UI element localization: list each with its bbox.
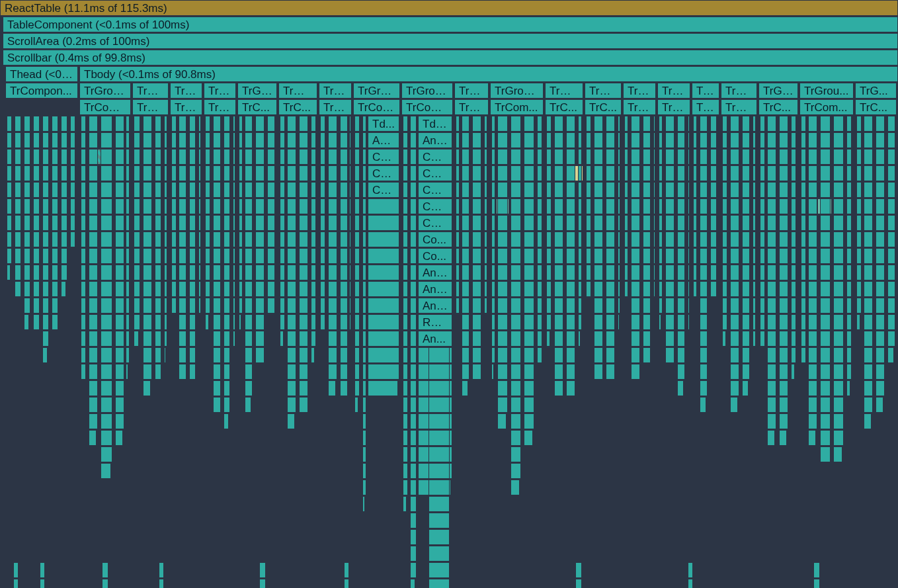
frame-cell[interactable] <box>510 413 521 429</box>
frame-cell[interactable] <box>618 298 620 314</box>
frame-cell[interactable] <box>779 281 788 297</box>
frame-cell[interactable] <box>497 265 508 280</box>
frame-cell[interactable] <box>33 215 40 231</box>
frame-trcomponent[interactable]: TrC... <box>855 99 897 115</box>
frame-cell[interactable] <box>143 347 152 363</box>
frame-cell[interactable] <box>81 132 86 148</box>
frame-cell[interactable] <box>722 149 727 165</box>
frame-trgroup[interactable]: TrG... <box>454 83 489 99</box>
frame-cell[interactable] <box>767 281 776 297</box>
frame-cell[interactable] <box>368 331 399 347</box>
frame-cell[interactable] <box>546 132 551 148</box>
frame-cell[interactable] <box>115 331 124 347</box>
frame-cell[interactable] <box>349 165 351 181</box>
frame-cell[interactable] <box>340 265 348 280</box>
frame-cell[interactable] <box>245 198 253 214</box>
frame-cell[interactable] <box>554 165 563 181</box>
frame-cell[interactable] <box>205 265 210 280</box>
frame-cell[interactable] <box>876 215 885 231</box>
frame-cell[interactable] <box>179 364 186 380</box>
frame-cell[interactable] <box>578 198 582 214</box>
frame-cell[interactable] <box>89 248 98 264</box>
frame-cell[interactable] <box>876 298 885 314</box>
frame-cell[interactable] <box>808 248 817 264</box>
frame-cell[interactable] <box>767 215 776 231</box>
frame-cell[interactable] <box>753 281 756 297</box>
frame-cell[interactable] <box>594 281 603 297</box>
frame-cell[interactable] <box>594 347 603 363</box>
frame-cell[interactable] <box>631 165 640 181</box>
frame-cell[interactable] <box>224 165 230 181</box>
frame-cell[interactable] <box>624 281 628 297</box>
frame-cell[interactable] <box>688 182 690 198</box>
frame-cell[interactable] <box>864 248 873 264</box>
frame-cell[interactable] <box>115 116 124 132</box>
frame-cell[interactable] <box>299 314 308 330</box>
frame-cell[interactable] <box>362 132 366 148</box>
frame-cell[interactable] <box>710 265 717 280</box>
frame-cell[interactable] <box>368 364 399 380</box>
frame-cell[interactable] <box>7 132 12 148</box>
frame-cell[interactable] <box>245 149 253 165</box>
frame-cell[interactable] <box>189 231 196 247</box>
frame-cell[interactable] <box>887 198 895 214</box>
frame-cell[interactable] <box>403 298 408 314</box>
frame-cell[interactable] <box>126 231 130 247</box>
frame-cell[interactable] <box>856 231 862 247</box>
frame-cell[interactable] <box>497 149 508 165</box>
frame-cell[interactable] <box>472 265 481 280</box>
frame-cell[interactable] <box>730 116 739 132</box>
frame-cell[interactable] <box>410 413 417 429</box>
frame-cell[interactable] <box>410 364 417 380</box>
frame-cell[interactable] <box>688 281 690 297</box>
frame-cell[interactable] <box>403 430 408 446</box>
frame-cell[interactable] <box>171 265 177 280</box>
frame-cell[interactable] <box>643 331 651 347</box>
frame-cell[interactable] <box>688 215 690 231</box>
frame-cell[interactable] <box>594 198 603 214</box>
frame-cell[interactable] <box>224 198 230 214</box>
frame-cell[interactable] <box>42 215 49 231</box>
frame-cell[interactable] <box>354 397 358 413</box>
frame-cell[interactable] <box>328 132 337 148</box>
frame-cell[interactable] <box>267 231 275 247</box>
frame-cell[interactable] <box>213 149 221 165</box>
frame-trgroup[interactable]: TrGr... <box>545 83 583 99</box>
frame-cell[interactable] <box>213 132 221 148</box>
frame-cell[interactable] <box>618 265 620 280</box>
frame-cell[interactable] <box>779 132 788 148</box>
frame-cell[interactable] <box>267 281 275 297</box>
frame-cell[interactable] <box>693 231 697 247</box>
frame-cell[interactable] <box>354 248 360 264</box>
frame-cell[interactable] <box>328 281 337 297</box>
frame-cell[interactable] <box>61 281 66 297</box>
frame-cell[interactable] <box>24 314 29 330</box>
frame-cell[interactable] <box>164 182 167 198</box>
frame-cell[interactable] <box>710 248 717 264</box>
frame-cell[interactable] <box>700 347 708 363</box>
frame-cell[interactable] <box>864 165 873 181</box>
frame-cell[interactable] <box>143 198 152 214</box>
frame-cell[interactable] <box>126 116 130 132</box>
frame-cell[interactable] <box>710 132 717 148</box>
frame-cell[interactable] <box>311 215 316 231</box>
frame-cell[interactable] <box>143 314 152 330</box>
frame-cell[interactable] <box>510 281 521 297</box>
frame-cell[interactable] <box>15 265 21 280</box>
frame-cell[interactable] <box>198 116 201 132</box>
frame-trgroup[interactable]: TrG... <box>204 83 236 99</box>
frame-cell[interactable] <box>233 281 235 297</box>
frame-cell[interactable] <box>287 248 296 264</box>
frame-cell[interactable] <box>742 132 750 148</box>
frame-cell[interactable] <box>760 298 765 314</box>
frame-cell[interactable] <box>164 149 167 165</box>
frame-connect[interactable]: Con... <box>418 165 452 181</box>
frame-cell[interactable] <box>255 149 265 165</box>
frame-cell[interactable] <box>537 331 542 347</box>
frame-cell[interactable] <box>820 182 831 198</box>
frame-cell[interactable] <box>311 231 316 247</box>
frame-connect[interactable]: Con... <box>418 182 452 198</box>
frame-anonymous[interactable]: Ano... <box>418 298 452 314</box>
frame-cell[interactable] <box>33 165 40 181</box>
frame-cell[interactable] <box>700 281 708 297</box>
